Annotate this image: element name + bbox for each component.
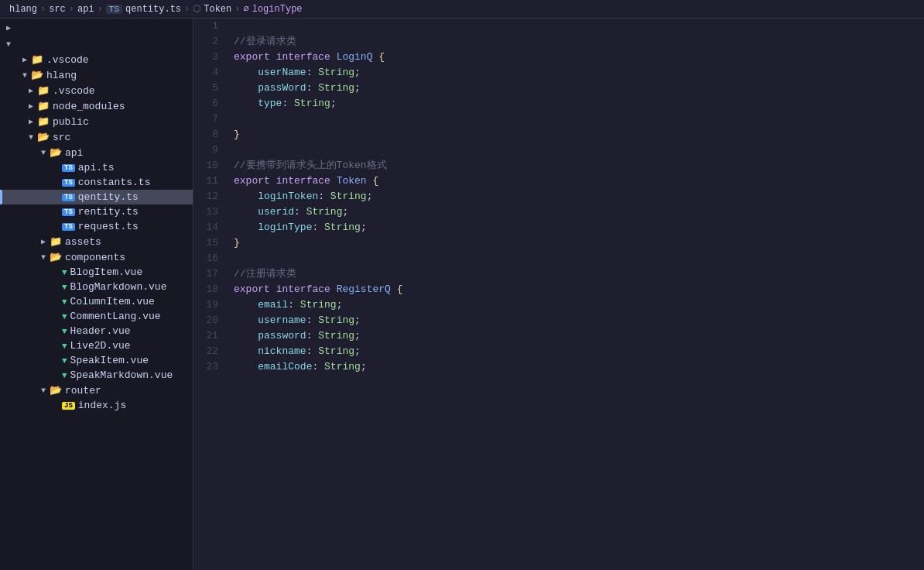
sidebar-item-components[interactable]: ▼ 📂 components <box>0 249 193 265</box>
sidebar-item-blogitem[interactable]: ▼ BlogItem.vue <box>0 265 193 280</box>
line-number-4: 4 <box>193 65 231 81</box>
folder-open-icon: 📂 <box>50 384 62 397</box>
sidebar-item-speakmarkdown[interactable]: ▼ SpeakMarkdown.vue <box>0 368 193 383</box>
line-number-18: 18 <box>193 282 231 297</box>
token-punct: ; <box>337 299 343 311</box>
sidebar-item-rentity-ts[interactable]: TS rentity.ts <box>0 204 193 219</box>
sidebar-item-header[interactable]: ▼ Header.vue <box>0 324 193 338</box>
ts-badge-constants: TS <box>62 179 75 187</box>
code-line-19: 19 email: String; <box>193 297 924 313</box>
breadcrumb-src[interactable]: src <box>49 4 66 15</box>
code-line-11: 11export interface Token { <box>193 173 924 189</box>
sidebar-item-qentity-ts[interactable]: TS qentity.ts <box>0 190 193 204</box>
sidebar-item-api-ts[interactable]: TS api.ts <box>0 160 193 175</box>
open-editors-arrow: ▶ <box>6 23 12 33</box>
sidebar-item-router[interactable]: ▼ 📂 router <box>0 383 193 398</box>
token-fn: LoginQ <box>337 51 373 63</box>
token-prop: userid <box>258 206 294 218</box>
code-lines: 12//登录请求类3export interface LoginQ {4 use… <box>193 19 924 375</box>
token-indent4 <box>234 330 258 342</box>
sidebar-item-public[interactable]: ▶ 📁 public <box>0 114 193 129</box>
sidebar-item-request-ts[interactable]: TS request.ts <box>0 219 193 234</box>
hlangweb-arrow: ▼ <box>6 40 12 49</box>
line-number-21: 21 <box>193 328 231 344</box>
sidebar-item-commentlang[interactable]: ▼ CommentLang.vue <box>0 309 193 324</box>
ts-badge-rentity: TS <box>62 208 75 216</box>
folder-icon: 📁 <box>37 115 50 128</box>
token-kw: interface <box>276 175 330 187</box>
sidebar-item-api[interactable]: ▼ 📂 api <box>0 145 193 160</box>
token-punct <box>270 51 276 63</box>
breadcrumb-file[interactable]: qentity.ts <box>125 4 181 15</box>
code-container[interactable]: 12//登录请求类3export interface LoginQ {4 use… <box>193 19 924 570</box>
token-brace: } <box>234 237 240 249</box>
folder-arrow-icon: ▶ <box>19 55 31 64</box>
code-line-5: 5 passWord: String; <box>193 81 924 96</box>
folder-arrow-icon: ▶ <box>37 237 50 246</box>
token-prop: password <box>258 330 306 342</box>
token-prop: userName <box>258 67 306 78</box>
line-number-8: 8 <box>193 127 231 142</box>
line-number-11: 11 <box>193 173 231 189</box>
line-content-8: } <box>231 127 924 142</box>
breadcrumb-logintype[interactable]: loginType <box>252 4 303 15</box>
token-punct <box>324 191 330 202</box>
token-prop: nickname <box>258 345 306 357</box>
line-number-14: 14 <box>193 220 231 235</box>
token-punct: ; <box>354 345 361 357</box>
code-line-12: 12 loginToken: String; <box>193 189 924 204</box>
sidebar-item-live2d[interactable]: ▼ Live2D.vue <box>0 338 193 353</box>
token-punct: ; <box>354 330 361 342</box>
line-content-2: //登录请求类 <box>231 34 924 50</box>
line-number-7: 7 <box>193 112 231 127</box>
line-content-6: type: String; <box>231 96 924 112</box>
token-punct: ; <box>354 67 361 78</box>
token-punct: ; <box>354 82 361 94</box>
js-badge-index: JS <box>62 402 75 410</box>
sidebar-item-columnitem[interactable]: ▼ ColumnItem.vue <box>0 294 193 309</box>
sidebar-item-node-modules[interactable]: ▶ 📁 node_modules <box>0 98 193 114</box>
ts-badge-qentity: TS <box>62 194 75 201</box>
line-content-3: export interface LoginQ { <box>231 50 924 65</box>
token-brace: { <box>397 283 403 295</box>
code-line-20: 20 username: String; <box>193 313 924 328</box>
line-number-22: 22 <box>193 344 231 359</box>
breadcrumb-api[interactable]: api <box>77 4 94 15</box>
line-number-17: 17 <box>193 266 231 282</box>
sidebar-item-src[interactable]: ▼ 📂 src <box>0 129 193 145</box>
line-content-5: passWord: String; <box>231 81 924 96</box>
code-line-7: 7 <box>193 112 924 127</box>
line-content-15: } <box>231 235 924 251</box>
sidebar-item-hlang[interactable]: ▼ 📂 hlang <box>0 67 193 83</box>
token-prop: loginToken <box>258 191 318 202</box>
sidebar-item-index-js[interactable]: JS index.js <box>0 398 193 413</box>
code-line-8: 8} <box>193 127 924 142</box>
sidebar-item-assets[interactable]: ▶ 📁 assets <box>0 234 193 249</box>
code-line-16: 16 <box>193 251 924 266</box>
sidebar-item-vscode2[interactable]: ▶ 📁 .vscode <box>0 83 193 98</box>
line-number-19: 19 <box>193 297 231 313</box>
editor-area: 12//登录请求类3export interface LoginQ {4 use… <box>193 19 924 570</box>
sidebar-item-vscode1[interactable]: ▶ 📁 .vscode <box>0 52 193 67</box>
token-punct <box>330 283 337 295</box>
line-number-20: 20 <box>193 313 231 328</box>
token-punct: ; <box>342 206 348 218</box>
hlangweb-header[interactable]: ▼ <box>0 36 193 52</box>
code-line-3: 3export interface LoginQ { <box>193 50 924 65</box>
sidebar-item-blogmarkdown[interactable]: ▼ BlogMarkdown.vue <box>0 280 193 294</box>
vue-badge-commentlang: ▼ <box>62 312 67 321</box>
folder-icon: 📁 <box>50 235 62 248</box>
folder-icon: 📁 <box>37 84 50 97</box>
code-line-9: 9 <box>193 142 924 158</box>
sidebar-item-constants-ts[interactable]: TS constants.ts <box>0 175 193 190</box>
breadcrumb-token[interactable]: Token <box>204 4 231 15</box>
line-number-15: 15 <box>193 235 231 251</box>
code-line-2: 2//登录请求类 <box>193 34 924 50</box>
open-editors-header[interactable]: ▶ <box>0 19 193 36</box>
token-punct <box>391 283 397 295</box>
token-prop: type <box>258 98 282 109</box>
ts-badge-api: TS <box>62 164 75 172</box>
code-line-21: 21 password: String; <box>193 328 924 344</box>
breadcrumb-hlang[interactable]: hlang <box>9 4 37 15</box>
sidebar-item-speakitem[interactable]: ▼ SpeakItem.vue <box>0 353 193 368</box>
